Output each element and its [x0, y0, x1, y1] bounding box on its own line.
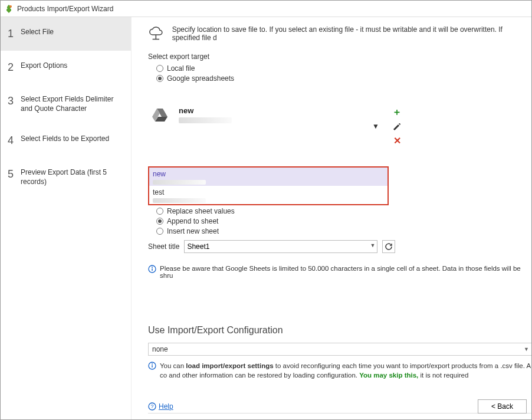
radio-google-spreadsheets[interactable]: Google spreadsheets [156, 74, 531, 83]
chevron-down-icon: ▼ [524, 346, 529, 352]
svg-point-10 [152, 363, 153, 365]
step-label: Select Fields to be Exported [21, 134, 109, 144]
help-link[interactable]: ? Help [148, 402, 173, 411]
step-export-options[interactable]: 2 Export Options [1, 51, 131, 84]
radio-label: Google spreadsheets [167, 74, 234, 83]
step-select-file[interactable]: 1 Select File [1, 17, 131, 51]
refresh-icon [385, 242, 393, 251]
drive-item-sub [153, 198, 206, 203]
config-value: none [152, 345, 168, 353]
step-label: Select Export Fields Delimiter and Quote… [21, 95, 124, 113]
titlebar: Products Import/Export Wizard [1, 1, 531, 17]
drive-account-item[interactable]: new [149, 168, 387, 186]
remove-account-icon[interactable]: ✕ [393, 135, 401, 146]
radio-insert-sheet[interactable]: Insert new sheet [156, 227, 531, 235]
radio-label: Replace sheet values [167, 207, 235, 215]
intro-row: Specify location to save file to. If you… [148, 25, 531, 42]
svg-rect-8 [152, 268, 152, 271]
radio-label: Append to sheet [167, 217, 218, 225]
config-info-text: You can load import/export settings to a… [160, 362, 531, 380]
drive-account-item[interactable]: test [149, 186, 387, 204]
wizard-sidebar: 1 Select File 2 Export Options 3 Select … [1, 17, 132, 419]
radio-icon [156, 65, 163, 72]
radio-append-sheet[interactable]: Append to sheet [156, 217, 531, 225]
config-header: Use Import/Export Configuration [148, 325, 531, 336]
drive-item-title: test [153, 188, 384, 196]
step-delimiter[interactable]: 3 Select Export Fields Delimiter and Quo… [1, 84, 131, 124]
config-select[interactable]: none ▼ [148, 343, 531, 356]
step-number: 1 [8, 28, 21, 40]
step-label: Preview Export Data (first 5 records) [21, 168, 124, 186]
wizard-main: Specify location to save file to. If you… [132, 17, 531, 419]
radio-icon [156, 75, 163, 82]
drive-dropdown-caret-icon[interactable]: ▼ [372, 122, 379, 130]
add-account-icon[interactable]: ＋ [392, 106, 402, 119]
info-icon [148, 362, 156, 370]
export-target-label: Select export target [148, 52, 531, 61]
window-title: Products Import/Export Wizard [17, 5, 113, 13]
intro-text: Specify location to save file to. If you… [172, 25, 531, 42]
drive-selected-account[interactable]: new [179, 106, 365, 123]
step-number: 2 [8, 61, 21, 74]
step-preview[interactable]: 5 Preview Export Data (first 5 records) [1, 158, 131, 197]
radio-label: Insert new sheet [167, 227, 219, 235]
refresh-button[interactable] [382, 240, 395, 253]
step-number: 4 [8, 134, 21, 147]
step-number: 5 [8, 168, 21, 181]
drive-item-title: new [153, 170, 384, 178]
svg-text:?: ? [150, 403, 153, 409]
step-number: 3 [8, 95, 21, 107]
svg-point-0 [9, 5, 12, 8]
radio-icon [156, 208, 163, 215]
radio-replace-sheet[interactable]: Replace sheet values [156, 207, 531, 215]
drive-selected-sub [179, 117, 232, 123]
drive-account-dropdown: new test [148, 166, 389, 205]
drive-selected-title: new [179, 106, 365, 115]
step-label: Select File [21, 28, 54, 37]
cloud-export-icon [148, 27, 164, 41]
svg-point-7 [152, 267, 153, 268]
help-icon: ? [148, 402, 156, 411]
drive-item-sub [153, 180, 206, 185]
app-icon [4, 4, 14, 14]
radio-icon [156, 228, 163, 235]
radio-label: Local file [167, 64, 195, 73]
google-drive-icon [152, 107, 168, 122]
sheet-title-input[interactable] [184, 240, 377, 253]
radio-local-file[interactable]: Local file [156, 64, 531, 73]
svg-rect-11 [152, 365, 152, 368]
step-select-fields[interactable]: 4 Select Fields to be Exported [1, 124, 131, 158]
settings-icon[interactable] [392, 122, 402, 132]
step-label: Export Options [21, 61, 67, 71]
back-button[interactable]: < Back [478, 399, 527, 414]
sheets-limit-warning: Please be aware that Google Sheets is li… [160, 265, 531, 279]
sheet-title-label: Sheet title [148, 242, 179, 251]
radio-icon [156, 218, 163, 225]
chevron-down-icon[interactable]: ▼ [370, 242, 375, 248]
info-icon [148, 265, 156, 273]
